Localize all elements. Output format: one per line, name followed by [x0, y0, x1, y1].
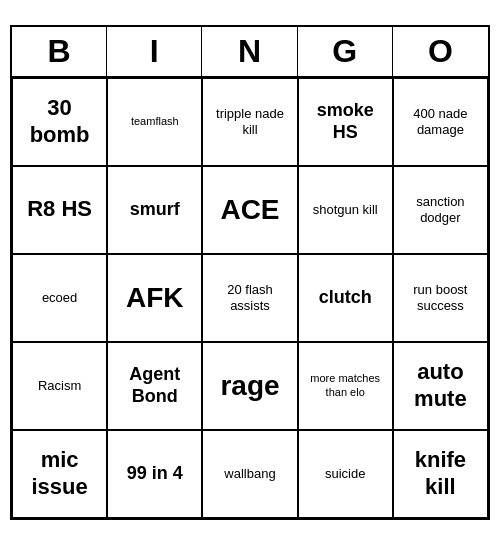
header-letter: N: [202, 27, 297, 76]
bingo-cell: ecoed: [12, 254, 107, 342]
bingo-cell: wallbang: [202, 430, 297, 518]
bingo-cell: rage: [202, 342, 297, 430]
header-letter: B: [12, 27, 107, 76]
bingo-cell: 400 nade damage: [393, 78, 488, 166]
bingo-cell: AFK: [107, 254, 202, 342]
bingo-cell: smoke HS: [298, 78, 393, 166]
bingo-cell: knife kill: [393, 430, 488, 518]
bingo-cell: 99 in 4: [107, 430, 202, 518]
bingo-cell: 30 bomb: [12, 78, 107, 166]
bingo-cell: teamflash: [107, 78, 202, 166]
bingo-cell: run boost success: [393, 254, 488, 342]
bingo-cell: shotgun kill: [298, 166, 393, 254]
bingo-cell: R8 HS: [12, 166, 107, 254]
bingo-cell: Agent Bond: [107, 342, 202, 430]
bingo-cell: sanction dodger: [393, 166, 488, 254]
header-letter: G: [298, 27, 393, 76]
bingo-card: BINGO 30 bombteamflashtripple nade kills…: [10, 25, 490, 520]
bingo-cell: 20 flash assists: [202, 254, 297, 342]
header-letter: O: [393, 27, 488, 76]
bingo-cell: smurf: [107, 166, 202, 254]
bingo-cell: suicide: [298, 430, 393, 518]
bingo-cell: ACE: [202, 166, 297, 254]
bingo-header: BINGO: [12, 27, 488, 78]
bingo-cell: tripple nade kill: [202, 78, 297, 166]
header-letter: I: [107, 27, 202, 76]
bingo-grid: 30 bombteamflashtripple nade killsmoke H…: [12, 78, 488, 518]
bingo-cell: mic issue: [12, 430, 107, 518]
bingo-cell: auto mute: [393, 342, 488, 430]
bingo-cell: clutch: [298, 254, 393, 342]
bingo-cell: Racism: [12, 342, 107, 430]
bingo-cell: more matches than elo: [298, 342, 393, 430]
